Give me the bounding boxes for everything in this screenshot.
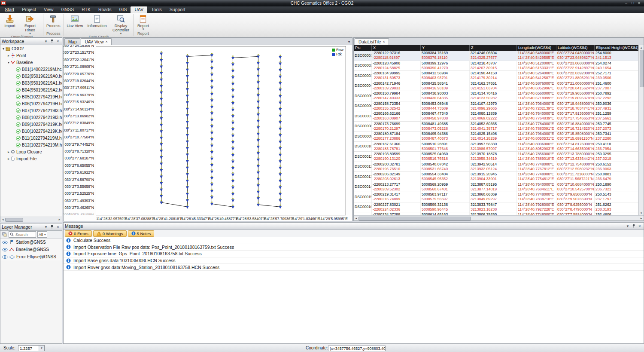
tab-close-icon[interactable]: ×: [106, 40, 108, 44]
tab-uav-view[interactable]: UAV View×: [81, 38, 111, 45]
layer-filter-dropdown[interactable]: All ▾: [37, 231, 47, 238]
message-row[interactable]: Import Exposure time: Gps_Point_20180108…: [64, 251, 644, 257]
column-header-z[interactable]: Z: [470, 45, 517, 51]
column-header-x[interactable]: X: [372, 45, 421, 51]
close-button[interactable]: ×: [636, 0, 642, 6]
datalist-vertical-scrollbar[interactable]: ▴▾: [638, 45, 644, 215]
expand-icon[interactable]: ▸: [6, 54, 11, 58]
tab-close-icon[interactable]: ×: [383, 40, 385, 44]
tree-node-b11[interactable]: B11(1022794219M.hcs->: [0, 135, 62, 141]
menu-item-gis[interactable]: GIS: [115, 6, 131, 13]
tree-node-b09[interactable]: B09(1022794219K.hcs->9: [0, 121, 62, 128]
layer-search-input[interactable]: [15, 232, 34, 237]
menu-item-view[interactable]: View: [40, 6, 58, 13]
tab-map[interactable]: Map: [64, 38, 80, 45]
tree-node-b03[interactable]: B03(950196219A1.hcs->1: [0, 80, 62, 86]
maximize-button[interactable]: □: [629, 0, 636, 6]
message-tab-0-warnings[interactable]: 0 Warnings: [93, 230, 127, 237]
table-row-dsc00003[interactable]: DSC00003-2280134.99995-2280131.505735008…: [354, 71, 638, 81]
panel-menu-icon[interactable]: ▾: [43, 224, 49, 230]
table-row-dsc00014[interactable]: DSC00014-2280213.27717-2280209.523025008…: [354, 182, 638, 193]
table-row-dsc00005[interactable]: DSC00005-2280150.79984-2280147.493335008…: [354, 91, 638, 101]
tree-node-b08[interactable]: B08(1022794219I3.hcs->: [0, 114, 62, 121]
scale-combobox[interactable]: 1:2257 ▾: [18, 345, 45, 351]
tree-node-b01[interactable]: B01(140022219M.hcs->1C: [0, 66, 62, 73]
message-row[interactable]: Import Base gnss data:1031035008I.HCN Su…: [64, 257, 644, 264]
menu-item-tools[interactable]: Tools: [147, 6, 166, 13]
table-row-dsc00017[interactable]: DSC00017-2280234.37288-2280230.536835008…: [354, 212, 638, 215]
information-button[interactable]: Information: [85, 14, 109, 28]
uav-view-button[interactable]: Uav View: [65, 14, 85, 28]
layer-item-baseline-gnss[interactable]: Baseline@GNSS: [0, 246, 62, 253]
tree-node-b04[interactable]: B04(950196219A2.hcs->1: [0, 86, 62, 93]
column-header-ellipsoid-height-wgs84[interactable]: Ellipsoid Height(WGS84): [595, 45, 638, 51]
menu-item-uav[interactable]: UAV: [131, 6, 147, 13]
minimize-button[interactable]: –: [623, 0, 629, 6]
table-row-dsc00008[interactable]: DSC00008-2280173.76699-2280170.212975008…: [354, 122, 638, 132]
eye-icon[interactable]: [2, 240, 8, 245]
table-row-dsc00006[interactable]: DSC00006-2280158.72354-2280155.325425008…: [354, 101, 638, 112]
export-rinex-button[interactable]: Export Rinex▾: [18, 14, 42, 35]
message-row[interactable]: Import Rover gnss data:Moving_Station_20…: [64, 264, 644, 271]
expand-icon[interactable]: ▸: [6, 157, 11, 161]
panel-menu-icon[interactable]: ▾: [43, 39, 49, 44]
layer-item-error-ellipse-gnss[interactable]: Error Ellipse@GNSS: [0, 253, 62, 260]
menu-item-support[interactable]: Support: [166, 6, 189, 13]
tree-node-b06[interactable]: B06(1022794219H.hcs->9: [0, 100, 62, 107]
expand-icon[interactable]: ▸: [6, 150, 11, 154]
menu-item-roads[interactable]: Roads: [94, 6, 115, 13]
scroll-right-icon[interactable]: ▸: [639, 216, 644, 220]
scroll-thumb[interactable]: [358, 217, 471, 220]
menu-item-start[interactable]: Start: [1, 6, 18, 13]
scroll-track[interactable]: [639, 50, 644, 211]
message-row[interactable]: Import Observation File Raw pos data: Po…: [64, 244, 644, 251]
import-button[interactable]: Import: [2, 14, 18, 28]
table-row-dsc00002[interactable]: DSC00002-2280128.45908-2280124.588255008…: [354, 61, 638, 71]
uav-view-canvas[interactable]: 030°27'24.18306"N030°27'23.15173"N030°27…: [64, 45, 352, 221]
eye-icon[interactable]: [2, 248, 8, 252]
close-icon[interactable]: ×: [55, 39, 61, 44]
display-controller-button[interactable]: Display Controller▾: [109, 14, 133, 35]
scroll-down-icon[interactable]: ▾: [639, 211, 644, 215]
table-row-dsc00012[interactable]: DSC00012-2280200.32781-2280196.765105008…: [354, 162, 638, 172]
panel-menu-icon[interactable]: ▾: [625, 223, 630, 229]
column-header-y[interactable]: Y: [421, 45, 470, 51]
tab-list-dropdown-icon[interactable]: ▾: [346, 40, 352, 45]
scroll-track[interactable]: [358, 216, 639, 220]
chevron-down-icon[interactable]: ▾: [39, 346, 44, 351]
close-icon[interactable]: ×: [637, 223, 642, 229]
eye-icon[interactable]: [2, 255, 8, 259]
scroll-right-icon[interactable]: ▸: [57, 217, 62, 222]
scroll-track[interactable]: [5, 217, 57, 222]
scroll-thumb[interactable]: [5, 218, 23, 222]
tab-datalisttile[interactable]: DataListTile ×: [355, 38, 389, 45]
table-row-dsc00010[interactable]: DSC00010-2280187.61366-2280183.787815008…: [354, 142, 638, 152]
tree-node-import-file[interactable]: ▸Import File: [0, 155, 62, 162]
layers-icon[interactable]: [2, 232, 7, 237]
table-row-dsc00013[interactable]: DSC00013-2280206.82149-2280203.026135008…: [354, 172, 638, 182]
message-tab-5-notes[interactable]: 5 Notes: [128, 230, 155, 237]
message-tab-0-errors[interactable]: 0 Errors: [65, 230, 92, 237]
table-row-dsc00004[interactable]: DSC00004-2280142.71946-2280139.298335008…: [354, 81, 638, 92]
message-row[interactable]: Calculate Success: [64, 237, 644, 244]
collapse-icon[interactable]: ▾: [6, 61, 11, 64]
table-row-dsc00007[interactable]: DSC00007-2280166.62166-2280163.089075008…: [354, 111, 638, 122]
tree-node-loop-closure[interactable]: ▸Loop Closure: [0, 148, 62, 155]
table-row-dsc00015[interactable]: DSC00015-2280219.31417-2280216.748995008…: [354, 192, 638, 202]
column-header-pic[interactable]: Pic: [354, 45, 372, 51]
tree-node-baseline[interactable]: ▾Baseline: [0, 59, 62, 66]
tree-node-point[interactable]: ▸Point: [0, 52, 62, 59]
tree-node-b02[interactable]: B02(950196219A0.hcs->1: [0, 73, 62, 80]
scroll-thumb[interactable]: [640, 50, 644, 87]
table-row-dsc00001[interactable]: DSC00001-2280122.97316-2280118.918975008…: [354, 51, 638, 61]
close-icon[interactable]: ×: [55, 224, 61, 230]
collapse-icon[interactable]: ▾: [1, 47, 6, 51]
column-header-longitude-wgs84[interactable]: Longitude(WGS84): [517, 45, 556, 51]
tree-node-b05[interactable]: B05(1022794219H.hcs->: [0, 93, 62, 100]
process-button[interactable]: Process: [44, 14, 63, 28]
table-row-dsc00016[interactable]: DSC00016-2280227.83021-2280224.023365008…: [354, 202, 638, 213]
pin-icon[interactable]: [49, 39, 55, 44]
report-button[interactable]: Report▾: [135, 14, 151, 31]
layer-item-station-gnss[interactable]: Station@GNSS: [0, 239, 62, 246]
pin-icon[interactable]: [49, 224, 55, 230]
